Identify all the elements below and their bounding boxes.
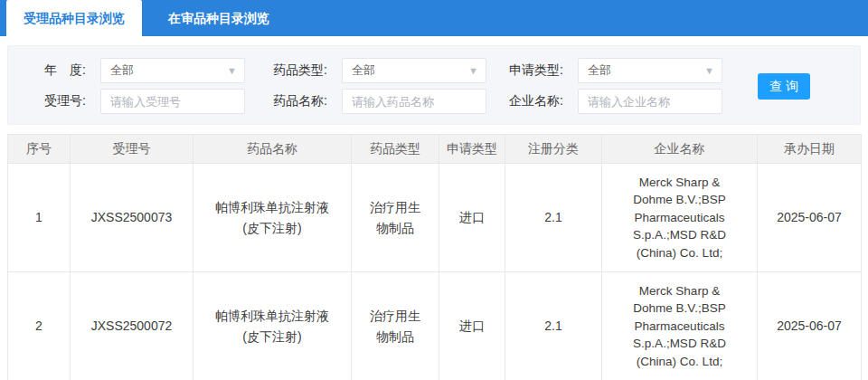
tab-under-review-catalog[interactable]: 在审品种目录浏览 [142,0,296,36]
cell-apply-type: 进口 [439,272,505,380]
chevron-down-icon: ▼ [468,66,478,76]
drug-name-input[interactable] [342,89,486,114]
drug-type-label: 药品类型: [266,62,327,79]
table-header-row: 序号 受理号 药品名称 药品类型 申请类型 注册分类 企业名称 承办日期 [8,135,862,164]
search-button[interactable]: 查询 [758,73,810,100]
col-header-acceptance-no: 受理号 [71,135,193,164]
cell-date: 2025-06-07 [758,272,862,380]
apply-type-label: 申请类型: [502,62,563,79]
results-table: 序号 受理号 药品名称 药品类型 申请类型 注册分类 企业名称 承办日期 1 J… [7,134,861,380]
company-name-input[interactable] [578,89,722,114]
tab-accepted-catalog[interactable]: 受理品种目录浏览 [6,0,142,36]
cell-drug-name: 帕博利珠单抗注射液 (皮下注射) [193,272,352,380]
col-header-date: 承办日期 [758,135,862,164]
year-select-value: 全部 [110,62,134,79]
cell-apply-type: 进口 [439,164,505,272]
acceptance-no-input[interactable] [100,89,245,114]
col-header-reg-class: 注册分类 [505,135,602,164]
cell-reg-class: 2.1 [505,164,602,272]
col-header-index: 序号 [8,135,71,164]
cell-reg-class: 2.1 [505,272,602,380]
cell-drug-type: 治疗用生 物制品 [352,164,439,272]
cell-company: Merck Sharp & Dohme B.V.;BSP Pharmaceuti… [602,272,758,380]
drug-type-select[interactable]: 全部 ▼ [342,58,486,83]
cell-drug-name: 帕博利珠单抗注射液 (皮下注射) [193,164,352,272]
col-header-company: 企业名称 [602,135,758,164]
cell-date: 2025-06-07 [758,164,862,272]
cell-index: 1 [8,164,71,272]
cell-index: 2 [8,272,71,380]
company-name-label: 企业名称: [502,93,563,109]
table-row: 2 JXSS2500072 帕博利珠单抗注射液 (皮下注射) 治疗用生 物制品 … [8,272,862,380]
apply-type-select[interactable]: 全部 ▼ [578,58,722,83]
col-header-apply-type: 申请类型 [439,135,505,164]
drug-type-select-value: 全部 [352,62,375,79]
filter-panel: 年 度: 全部 ▼ 药品类型: 全部 ▼ 申请类型: 全部 ▼ 受理号: [7,45,861,125]
cell-company: Merck Sharp & Dohme B.V.;BSP Pharmaceuti… [602,164,758,272]
cell-drug-type: 治疗用生 物制品 [352,272,439,380]
table-row: 1 JXSS2500073 帕博利珠单抗注射液 (皮下注射) 治疗用生 物制品 … [8,164,862,272]
chevron-down-icon: ▼ [227,66,237,76]
year-select[interactable]: 全部 ▼ [100,58,245,83]
col-header-drug-type: 药品类型 [352,135,439,164]
year-label: 年 度: [24,62,86,79]
apply-type-select-value: 全部 [588,62,611,79]
col-header-drug-name: 药品名称 [193,135,352,164]
chevron-down-icon: ▼ [704,66,714,76]
tab-bar: 受理品种目录浏览 在审品种目录浏览 [0,0,868,36]
drug-name-label: 药品名称: [266,93,327,109]
cell-acceptance-no: JXSS2500073 [71,164,193,272]
cell-acceptance-no: JXSS2500072 [71,272,193,380]
acceptance-no-label: 受理号: [24,93,86,109]
